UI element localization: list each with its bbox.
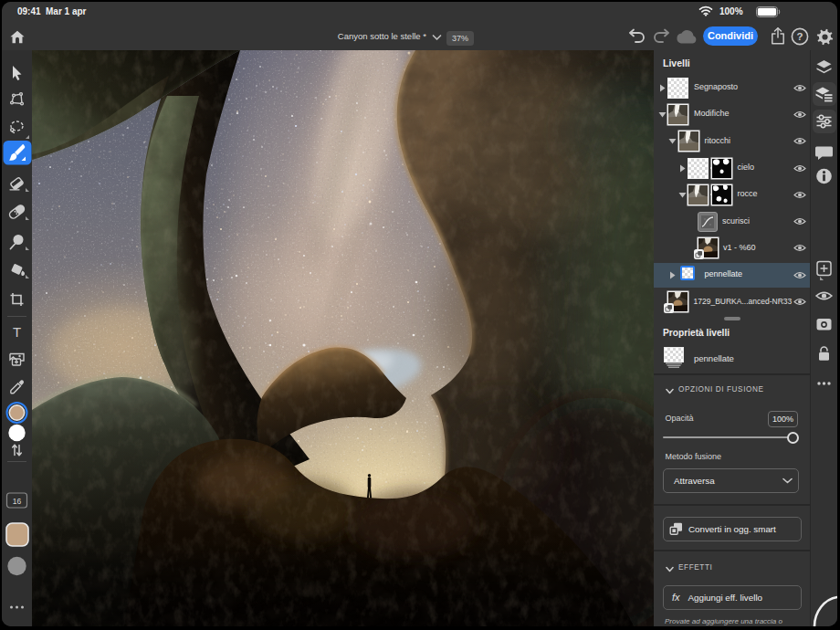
svg-text:T: T xyxy=(13,324,21,340)
svg-text:?: ? xyxy=(796,31,803,42)
svg-text:16: 16 xyxy=(13,497,22,506)
